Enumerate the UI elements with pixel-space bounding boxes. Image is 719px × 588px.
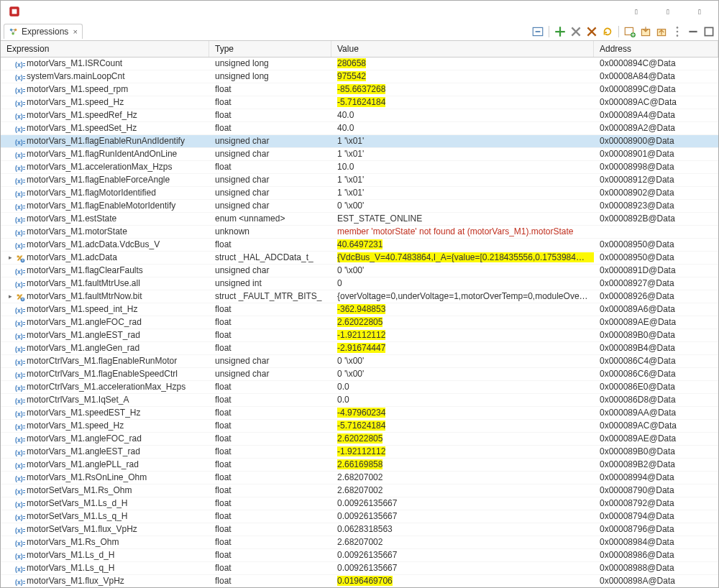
expression-value[interactable]: 0 '\x00' xyxy=(331,264,594,277)
expression-value[interactable]: 1 '\x01' xyxy=(331,173,594,187)
table-row[interactable]: (x)=motorSetVars_M1.Ls_q_Hfloat0.0092613… xyxy=(1,510,718,523)
table-row[interactable]: (x)=motorVars_M1.speedRef_Hzfloat40.00x0… xyxy=(1,109,718,122)
table-row[interactable]: (x)=motorVars_M1.angleGen_radfloat-2.916… xyxy=(1,342,718,355)
minimize-view-button[interactable] xyxy=(687,25,700,38)
table-row[interactable]: (x)=motorVars_M1.speedEST_Hzfloat-4.9796… xyxy=(1,407,718,420)
table-row[interactable]: (x)=motorVars_M1.flagEnableForceAngleuns… xyxy=(1,174,718,187)
refresh-button[interactable] xyxy=(601,25,614,38)
table-row[interactable]: (x)=motorVars_M1.speed_Hzfloat-5.7162418… xyxy=(1,420,718,433)
expression-value[interactable]: 0 xyxy=(331,277,594,290)
expression-value[interactable]: member 'motorState' not found at (motorV… xyxy=(331,225,594,239)
expression-value[interactable]: 0 '\x00' xyxy=(331,367,594,381)
expression-value[interactable]: 0 '\x00' xyxy=(331,354,594,368)
expression-value[interactable]: 1 '\x01' xyxy=(331,186,594,200)
tab-expressions[interactable]: Expressions × xyxy=(4,24,83,39)
expression-value[interactable]: 2.68207002 xyxy=(331,471,594,484)
expression-value[interactable]: 0 '\x00' xyxy=(331,199,594,213)
expression-value[interactable]: -5.71624184 xyxy=(331,96,594,109)
col-expression[interactable]: Expression xyxy=(1,41,209,57)
table-row[interactable]: (x)=motorVars_M1.angleEST_radfloat-1.921… xyxy=(1,329,718,342)
remove-all-button[interactable] xyxy=(585,25,598,38)
expression-value[interactable]: 40.0 xyxy=(331,109,594,122)
table-row[interactable]: (x)=motorVars_M1.ISRCountunsigned long28… xyxy=(1,58,718,70)
table-row[interactable]: (x)=motorSetVars_M1.Rs_Ohmfloat2.6820700… xyxy=(1,484,718,497)
table-row[interactable]: (x)=motorVars_M1.RsOnLine_Ohmfloat2.6820… xyxy=(1,472,718,484)
window-close-button[interactable]:  xyxy=(684,1,715,22)
expression-value[interactable]: 0.0 xyxy=(331,393,594,407)
col-address[interactable]: Address xyxy=(594,41,718,57)
maximize-view-button[interactable] xyxy=(702,25,715,38)
expression-value[interactable]: 0.0196469706 xyxy=(331,574,594,587)
expression-value[interactable]: 0.00926135667 xyxy=(331,548,594,562)
expression-value[interactable]: -1.92112112 xyxy=(331,445,594,459)
export-button[interactable] xyxy=(655,25,668,38)
window-minimize-button[interactable]:  xyxy=(620,1,652,22)
table-row[interactable]: (x)=motorVars_M1.speed_rpmfloat-85.66372… xyxy=(1,83,718,96)
table-row[interactable]: (x)=motorVars_M1.anglePLL_radfloat2.6616… xyxy=(1,459,718,472)
table-row[interactable]: ▸motorVars_M1.faultMtrNow.bitstruct _FAU… xyxy=(1,290,718,303)
table-row[interactable]: (x)=motorVars_M1.estStateenum <unnamed>E… xyxy=(1,213,718,226)
table-row[interactable]: (x)=motorVars_M1.angleFOC_radfloat2.6202… xyxy=(1,316,718,329)
expression-value[interactable]: 10.0 xyxy=(331,160,594,174)
table-row[interactable]: (x)=motorVars_M1.Ls_q_Hfloat0.0092613566… xyxy=(1,562,718,575)
table-row[interactable]: (x)=motorVars_M1.motorStateunknownmember… xyxy=(1,226,718,239)
table-row[interactable]: (x)=motorVars_M1.speed_Hzfloat-5.7162418… xyxy=(1,96,718,109)
expression-value[interactable]: 40.6497231 xyxy=(331,238,594,252)
table-row[interactable]: ▸motorVars_M1.adcDatastruct _HAL_ADCData… xyxy=(1,252,718,265)
table-row[interactable]: (x)=motorVars_M1.angleEST_radfloat-1.921… xyxy=(1,446,718,459)
expressions-grid[interactable]: Expression Type Value Address (x)=motorV… xyxy=(1,41,718,587)
col-type[interactable]: Type xyxy=(209,41,331,57)
expand-twisty[interactable]: ▸ xyxy=(6,252,14,264)
import-button[interactable] xyxy=(639,25,652,38)
expression-value[interactable]: -4.97960234 xyxy=(331,406,594,420)
expand-twisty[interactable]: ▸ xyxy=(6,290,14,303)
collapse-all-button[interactable] xyxy=(531,25,544,38)
table-row[interactable]: (x)=motorVars_M1.speed_int_Hzfloat-362.9… xyxy=(1,303,718,316)
expression-value[interactable]: 0.0628318563 xyxy=(331,523,594,536)
table-row[interactable]: (x)=motorCtrlVars_M1.IqSet_Afloat0.00x00… xyxy=(1,394,718,407)
expression-value[interactable]: 0.00926135667 xyxy=(331,510,594,523)
expression-value[interactable]: {VdcBus_V=40.7483864,I_A={value=[0.21843… xyxy=(331,251,594,265)
table-row[interactable]: (x)=motorVars_M1.adcData.VdcBus_Vfloat40… xyxy=(1,239,718,252)
expression-value[interactable]: -5.71624184 xyxy=(331,419,594,433)
table-row[interactable]: (x)=motorVars_M1.flagRunIdentAndOnLineun… xyxy=(1,148,718,161)
tab-close-icon[interactable]: × xyxy=(73,27,77,36)
expression-value[interactable]: 2.68207002 xyxy=(331,536,594,549)
table-row[interactable]: (x)=motorCtrlVars_M1.flagEnableSpeedCtrl… xyxy=(1,368,718,381)
expression-value[interactable]: -1.92112112 xyxy=(331,329,594,342)
add-expression-button[interactable] xyxy=(554,25,567,38)
table-row[interactable]: (x)=motorSetVars_M1.flux_VpHzfloat0.0628… xyxy=(1,523,718,536)
table-row[interactable]: (x)=motorVars_M1.faultMtrUse.allunsigned… xyxy=(1,277,718,290)
table-row[interactable]: (x)=motorCtrlVars_M1.accelerationMax_Hzp… xyxy=(1,381,718,394)
new-view-button[interactable] xyxy=(623,25,636,38)
expression-value[interactable]: 280658 xyxy=(331,57,594,70)
col-value[interactable]: Value xyxy=(331,41,594,57)
expression-value[interactable]: 40.0 xyxy=(331,121,594,135)
expression-value[interactable]: 1 '\x01' xyxy=(331,147,594,161)
table-row[interactable]: (x)=motorVars_M1.Ls_d_Hfloat0.0092613566… xyxy=(1,549,718,562)
expression-value[interactable]: 0.0 xyxy=(331,380,594,394)
table-row[interactable]: (x)=motorVars_M1.accelerationMax_Hzpsflo… xyxy=(1,161,718,174)
remove-button[interactable] xyxy=(569,25,582,38)
expression-value[interactable]: 2.68207002 xyxy=(331,484,594,497)
expression-value[interactable]: -85.6637268 xyxy=(331,83,594,96)
table-row[interactable]: (x)=motorVars_M1.flagClearFaultsunsigned… xyxy=(1,265,718,277)
table-row[interactable]: (x)=systemVars.mainLoopCntunsigned long9… xyxy=(1,70,718,83)
table-row[interactable]: (x)=motorVars_M1.speedSet_Hzfloat40.00x0… xyxy=(1,122,718,135)
expression-value[interactable]: -2.91674447 xyxy=(331,341,594,355)
table-row[interactable]: (x)=motorVars_M1.flux_VpHzfloat0.0196469… xyxy=(1,575,718,587)
table-row[interactable]: (x)=motorVars_M1.Rs_Ohmfloat2.682070020x… xyxy=(1,536,718,549)
expression-value[interactable]: 2.62022805 xyxy=(331,316,594,329)
table-row[interactable]: (x)=motorVars_M1.flagEnableRunAndIdentif… xyxy=(1,135,718,148)
table-row[interactable]: (x)=motorSetVars_M1.Ls_d_Hfloat0.0092613… xyxy=(1,497,718,510)
expression-value[interactable]: 1 '\x01' xyxy=(331,134,594,148)
table-row[interactable]: (x)=motorVars_M1.flagMotorIdentifiedunsi… xyxy=(1,187,718,200)
table-row[interactable]: (x)=motorCtrlVars_M1.flagEnableRunMotoru… xyxy=(1,355,718,368)
expression-value[interactable]: 2.66169858 xyxy=(331,458,594,472)
expression-value[interactable]: 0.00926135667 xyxy=(331,561,594,575)
view-menu-button[interactable] xyxy=(671,25,684,38)
expression-value[interactable]: EST_STATE_ONLINE xyxy=(331,212,594,226)
window-maximize-button[interactable]:  xyxy=(652,1,684,22)
table-row[interactable]: (x)=motorVars_M1.angleFOC_radfloat2.6202… xyxy=(1,433,718,446)
expression-value[interactable]: 0.00926135667 xyxy=(331,497,594,510)
